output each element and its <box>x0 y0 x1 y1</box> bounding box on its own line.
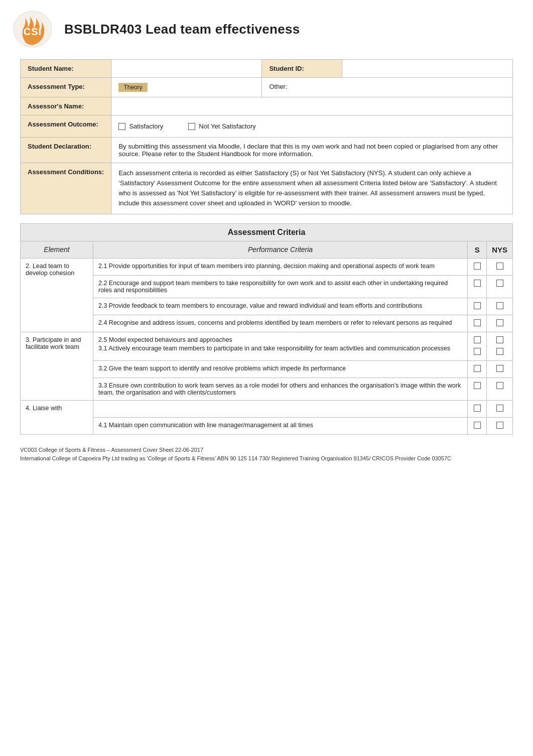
table-row: 2.3 Provide feedback to team members to … <box>21 298 513 315</box>
table-row: 3.2 Give the team support to identify an… <box>21 360 513 377</box>
element-3: 3. Participate in and facilitate work te… <box>21 332 93 400</box>
s-checkbox-3-2[interactable] <box>468 360 487 377</box>
student-declaration-value: By submitting this assessment via Moodle… <box>111 138 513 163</box>
nys-checkbox-4-1[interactable] <box>487 417 513 434</box>
s-checkbox-4-1[interactable] <box>468 417 487 434</box>
s-checkbox-2-4[interactable] <box>468 315 487 332</box>
footer: VC003 College of Sports & Fitness – Asse… <box>20 446 513 463</box>
nys-checkbox-3-3[interactable] <box>487 377 513 400</box>
criteria-3-2: 3.2 Give the team support to identify an… <box>93 360 468 377</box>
satisfactory-option: Satisfactory <box>118 122 163 130</box>
assessment-criteria-title: Assessment Criteria <box>20 223 513 241</box>
table-row: 3. Participate in and facilitate work te… <box>21 332 513 360</box>
s-header: S <box>468 241 487 258</box>
assessment-type-badge: Theory <box>118 83 147 92</box>
student-declaration-label: Student Declaration: <box>21 138 111 163</box>
element-4: 4. Liaise with <box>21 400 93 434</box>
performance-header: Performance Criteria <box>93 241 468 258</box>
nys-checkbox-2-1[interactable] <box>487 258 513 275</box>
not-yet-satisfactory-option: Not Yet Satisfactory <box>188 122 255 130</box>
table-row: 2. Lead team to develop cohesion 2.1 Pro… <box>21 258 513 275</box>
logo: CSI <box>10 9 55 49</box>
s-checkbox-blank[interactable] <box>468 400 487 417</box>
satisfactory-label: Satisfactory <box>129 122 163 130</box>
nys-header: NYS <box>487 241 513 258</box>
student-name-label: Student Name: <box>21 60 111 78</box>
nys-checkbox-2-2[interactable] <box>487 275 513 298</box>
table-row: 3.3 Ensure own contribution to work team… <box>21 377 513 400</box>
criteria-3-3: 3.3 Ensure own contribution to work team… <box>93 377 468 400</box>
nys-checkbox-2-5[interactable] <box>487 332 513 360</box>
student-id-label: Student ID: <box>262 60 342 78</box>
assessment-conditions-value: Each assessment criteria is recorded as … <box>111 163 513 214</box>
nys-checkbox-blank[interactable] <box>487 400 513 417</box>
nys-checkbox[interactable] <box>188 123 195 130</box>
criteria-4-1: 4.1 Maintain open communication with lin… <box>93 417 468 434</box>
assessment-outcome-value: Satisfactory Not Yet Satisfactory <box>111 115 513 138</box>
page-title: BSBLDR403 Lead team effectiveness <box>64 22 300 37</box>
criteria-2-4: 2.4 Recognise and address issues, concer… <box>93 315 468 332</box>
nys-checkbox-2-3[interactable] <box>487 298 513 315</box>
main-content: Student Name: Student ID: Assessment Typ… <box>0 54 533 473</box>
table-row: 4.1 Maintain open communication with lin… <box>21 417 513 434</box>
nys-checkbox-2-4[interactable] <box>487 315 513 332</box>
nys-checkbox-3-2[interactable] <box>487 360 513 377</box>
table-row: 2.2 Encourage and support team members t… <box>21 275 513 298</box>
s-checkbox-2-5[interactable] <box>468 332 487 360</box>
element-header: Element <box>21 241 93 258</box>
s-checkbox-2-3[interactable] <box>468 298 487 315</box>
satisfactory-checkbox[interactable] <box>118 123 125 130</box>
svg-text:CSI: CSI <box>24 26 42 37</box>
criteria-2-5-3-1: 2.5 Model expected behaviours and approa… <box>93 332 468 360</box>
student-id-value <box>342 60 513 78</box>
criteria-2-5: 2.5 Model expected behaviours and approa… <box>98 336 462 343</box>
s-checkbox-3-3[interactable] <box>468 377 487 400</box>
criteria-2-1: 2.1 Provide opportunities for input of t… <box>93 258 468 275</box>
nys-label: Not Yet Satisfactory <box>199 122 255 130</box>
criteria-2-3: 2.3 Provide feedback to team members to … <box>93 298 468 315</box>
criteria-blank <box>93 400 468 417</box>
assessment-type-value: Theory <box>111 78 262 97</box>
assessment-type-label: Assessment Type: <box>21 78 111 97</box>
assessment-criteria-section: Assessment Criteria Element Performance … <box>20 223 513 435</box>
criteria-3-1: 3.1 Actively encourage team members to p… <box>98 345 462 352</box>
assessment-outcome-label: Assessment Outcome: <box>21 115 111 138</box>
element-2: 2. Lead team to develop cohesion <box>21 258 93 332</box>
page-header: CSI BSBLDR403 Lead team effectiveness <box>0 0 533 54</box>
assessment-type-other: Other: <box>262 78 513 97</box>
assessor-name-label: Assessor's Name: <box>21 97 111 115</box>
s-checkbox-2-1[interactable] <box>468 258 487 275</box>
info-table: Student Name: Student ID: Assessment Typ… <box>20 59 513 214</box>
footer-line1: VC003 College of Sports & Fitness – Asse… <box>20 446 513 455</box>
criteria-table: Element Performance Criteria S NYS 2. Le… <box>20 241 513 435</box>
table-row: 4. Liaise with <box>21 400 513 417</box>
criteria-2-2: 2.2 Encourage and support team members t… <box>93 275 468 298</box>
footer-line2: International College of Capoeira Pty Lt… <box>20 454 513 463</box>
table-row: 2.4 Recognise and address issues, concer… <box>21 315 513 332</box>
assessment-conditions-label: Assessment Conditions: <box>21 163 111 214</box>
student-name-value <box>111 60 262 78</box>
s-checkbox-2-2[interactable] <box>468 275 487 298</box>
assessor-name-value <box>111 97 513 115</box>
